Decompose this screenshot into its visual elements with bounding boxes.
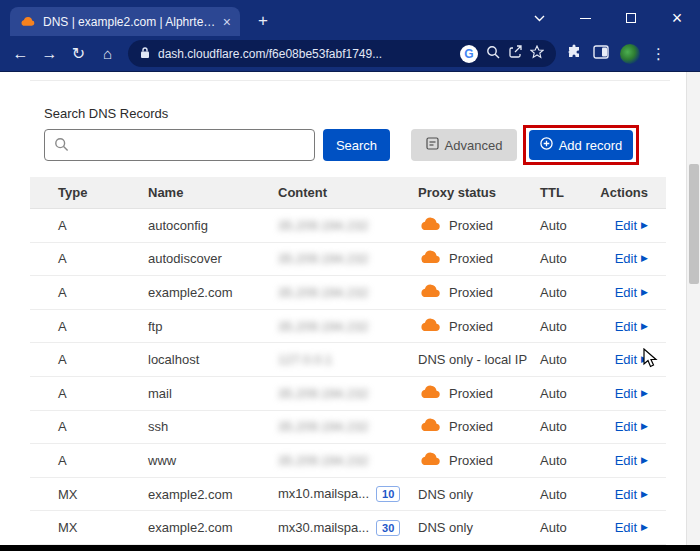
maximize-button[interactable] [608, 0, 654, 36]
record-name: autoconfig [148, 218, 278, 233]
record-content: 35.209.194.232 [278, 251, 418, 266]
record-actions: Edit▶ [596, 251, 666, 266]
record-proxy-status: DNS only - local IP [418, 352, 540, 367]
browser-window: DNS | example2.com | Alphrteam × + × ← →… [0, 0, 700, 545]
edit-caret-icon: ▶ [641, 523, 648, 532]
table-row: A ssh 35.209.194.232 Proxied Auto Edit▶ [30, 411, 666, 445]
cloudflare-favicon-icon [19, 13, 36, 31]
table-row: A ftp 35.209.194.232 Proxied Auto Edit▶ [30, 310, 666, 344]
refresh-icon[interactable]: ↻ [64, 39, 93, 69]
edit-button[interactable]: Edit▶ [615, 419, 648, 434]
chevron-down-icon[interactable] [516, 0, 562, 36]
home-icon[interactable]: ⌂ [93, 39, 122, 69]
edit-caret-icon: ▶ [641, 254, 648, 263]
menu-icon[interactable]: ⋮ [651, 45, 666, 63]
proxied-cloud-icon [418, 385, 442, 402]
record-name: example2.com [148, 487, 278, 502]
record-actions: Edit▶ [596, 453, 666, 468]
record-ttl: Auto [540, 386, 596, 401]
record-type: A [58, 251, 148, 266]
record-name: www [148, 453, 278, 468]
table-row: A autodiscover 35.209.194.232 Proxied Au… [30, 243, 666, 277]
search-button[interactable]: Search [323, 129, 390, 161]
edit-button[interactable]: Edit▶ [615, 251, 648, 266]
extensions-puzzle-icon[interactable] [566, 44, 582, 64]
search-input-icon [54, 137, 69, 156]
record-proxy-status: DNS only [418, 520, 540, 535]
tab-close-icon[interactable]: × [223, 15, 231, 29]
header-content: Content [278, 185, 418, 200]
minimize-button[interactable] [562, 0, 608, 36]
google-icon[interactable]: G [460, 45, 478, 63]
proxied-cloud-icon [418, 284, 442, 301]
table-row: A mail 35.209.194.232 Proxied Auto Edit▶ [30, 377, 666, 411]
new-tab-button[interactable]: + [250, 8, 276, 34]
edit-button[interactable]: Edit▶ [615, 386, 648, 401]
table-row: A example2.com 35.209.194.232 Proxied Au… [30, 276, 666, 310]
record-content: 35.209.194.232 [278, 386, 418, 401]
header-proxy-status: Proxy status [418, 185, 540, 200]
advanced-button[interactable]: Advanced [411, 129, 517, 161]
edit-button[interactable]: Edit▶ [615, 520, 648, 535]
table-row: MX example2.com mx30.mailspa...30 DNS on… [30, 511, 666, 545]
browser-titlebar: DNS | example2.com | Alphrteam × + × [0, 0, 700, 36]
record-type: A [58, 285, 148, 300]
record-type: A [58, 386, 148, 401]
dns-search-box [44, 129, 315, 161]
edit-caret-icon: ▶ [641, 490, 648, 499]
record-actions: Edit▶ [596, 386, 666, 401]
record-type: MX [58, 520, 148, 535]
edit-button[interactable]: Edit▶ [615, 218, 648, 233]
close-button[interactable]: × [654, 0, 700, 36]
record-proxy-status: Proxied [418, 250, 540, 267]
record-proxy-status: Proxied [418, 385, 540, 402]
record-actions: Edit▶ [596, 218, 666, 233]
record-proxy-status: Proxied [418, 217, 540, 234]
browser-tab[interactable]: DNS | example2.com | Alphrteam × [10, 7, 240, 36]
record-type: A [58, 218, 148, 233]
back-icon[interactable]: ← [6, 39, 35, 69]
bookmark-star-icon[interactable] [530, 45, 544, 63]
search-icon[interactable] [486, 45, 500, 63]
dns-search-input[interactable] [44, 129, 315, 161]
priority-badge: 30 [376, 520, 400, 536]
edit-button[interactable]: Edit▶ [615, 487, 648, 502]
proxied-cloud-icon [418, 250, 442, 267]
add-record-button[interactable]: Add record [529, 130, 633, 160]
record-content: mx10.mailspa...10 [278, 486, 418, 502]
record-name: example2.com [148, 285, 278, 300]
split-screen-icon[interactable] [593, 45, 609, 63]
header-actions: Actions [596, 185, 666, 200]
cloudflare-dns-page: Search DNS Records Search Advanced Add r… [0, 72, 700, 545]
table-row: A localhost 127.0.0.1 DNS only - local I… [30, 343, 666, 377]
record-content: mx30.mailspa...30 [278, 520, 418, 536]
record-name: localhost [148, 352, 278, 367]
record-proxy-status: DNS only [418, 487, 540, 502]
record-type: A [58, 352, 148, 367]
proxied-cloud-icon [418, 452, 442, 469]
header-type: Type [58, 185, 148, 200]
record-content: 35.209.194.232 [278, 319, 418, 334]
address-bar[interactable]: dash.cloudflare.com/f6e08be53fabf1749...… [128, 40, 556, 67]
profile-avatar[interactable] [620, 44, 640, 64]
scrollbar-thumb[interactable] [689, 164, 699, 284]
edit-button[interactable]: Edit▶ [615, 285, 648, 300]
record-actions: Edit▶ [596, 419, 666, 434]
browser-navbar: ← → ↻ ⌂ dash.cloudflare.com/f6e08be53fab… [0, 36, 700, 72]
page-scrollbar[interactable] [686, 72, 700, 545]
record-ttl: Auto [540, 218, 596, 233]
record-name: ssh [148, 419, 278, 434]
record-proxy-status: Proxied [418, 284, 540, 301]
record-type: A [58, 419, 148, 434]
record-proxy-status: Proxied [418, 318, 540, 335]
mouse-cursor [643, 348, 659, 374]
table-row: MX example2.com mx10.mailspa...10 DNS on… [30, 478, 666, 512]
forward-icon[interactable]: → [35, 39, 64, 69]
plus-circle-icon [540, 137, 553, 153]
edit-button[interactable]: Edit▶ [615, 453, 648, 468]
record-content: 35.209.194.232 [278, 218, 418, 233]
edit-caret-icon: ▶ [641, 221, 648, 230]
share-icon[interactable] [508, 45, 522, 63]
edit-button[interactable]: Edit▶ [615, 319, 648, 334]
record-ttl: Auto [540, 453, 596, 468]
